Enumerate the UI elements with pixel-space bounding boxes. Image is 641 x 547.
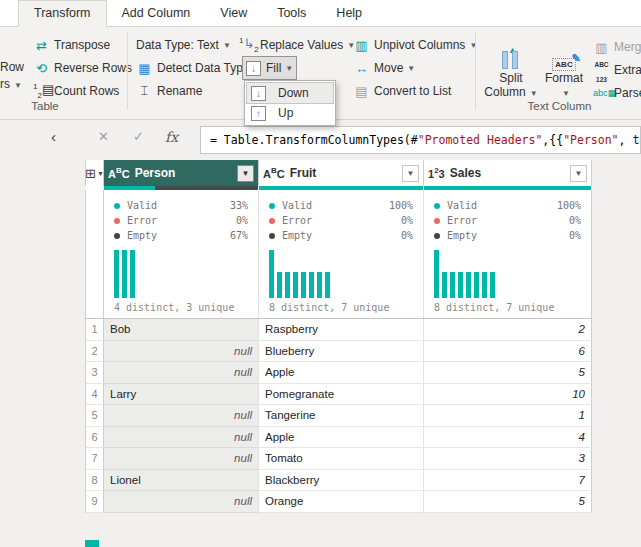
- distribution-bar: [317, 272, 322, 298]
- extract-button[interactable]: ABC123 Extract: [590, 59, 641, 81]
- tab-help[interactable]: Help: [321, 1, 377, 26]
- detect-data-type-button[interactable]: ▦ Detect Data Type: [133, 57, 253, 79]
- split-column-icon: ▲: [498, 35, 524, 71]
- fill-menu-item-up[interactable]: ↑ Up: [247, 103, 333, 123]
- valid-stat: Valid100%: [434, 198, 581, 213]
- fruit-cell[interactable]: Raspberry: [259, 319, 424, 341]
- person-cell[interactable]: null: [104, 362, 259, 384]
- error-stat: Error0%: [114, 213, 248, 228]
- table-scrollbar-thumb[interactable]: [85, 540, 99, 547]
- table-row: 2 null Blueberry 6: [85, 341, 592, 363]
- tab-tools[interactable]: Tools: [262, 1, 321, 26]
- collapse-queries-pane-chevron[interactable]: ‹: [51, 128, 56, 145]
- distinct-summary: 8 distinct, 7 unique: [269, 302, 413, 315]
- person-cell[interactable]: null: [104, 491, 259, 513]
- sales-cell[interactable]: 6: [424, 341, 592, 363]
- fruit-cell[interactable]: Apple: [259, 427, 424, 449]
- rename-button[interactable]: ⌶ Rename: [133, 80, 205, 102]
- distribution-bar: [450, 272, 455, 298]
- column-header-fruit[interactable]: ABC Fruit ▼: [259, 160, 424, 186]
- distribution-bar: [466, 272, 471, 298]
- column-filter-dropdown[interactable]: ▼: [402, 165, 419, 182]
- fruit-cell[interactable]: Tangerine: [259, 405, 424, 427]
- sales-cell[interactable]: 2: [424, 319, 592, 341]
- column-header-person[interactable]: ABC Person ▼: [104, 160, 259, 186]
- select-all-corner-button[interactable]: ⊞▼: [85, 160, 104, 186]
- person-cell[interactable]: null: [104, 405, 259, 427]
- fill-menu-item-down[interactable]: ↓ Down: [247, 83, 333, 103]
- replace-values-button[interactable]: 1↳2 Replace Values ▼: [236, 34, 358, 56]
- truncated-label-line1: Row: [0, 60, 24, 74]
- person-cell[interactable]: Bob: [104, 319, 259, 341]
- row-number[interactable]: 5: [85, 405, 104, 427]
- error-stat: Error0%: [434, 213, 581, 228]
- tab-add-column[interactable]: Add Column: [107, 1, 206, 26]
- fill-label: Fill: [266, 61, 281, 75]
- unpivot-columns-button[interactable]: ▥ Unpivot Columns ▼: [350, 34, 480, 56]
- empty-dot-icon: [114, 233, 120, 239]
- person-cell[interactable]: Larry: [104, 384, 259, 406]
- valid-dot-icon: [114, 203, 120, 209]
- fruit-cell[interactable]: Orange: [259, 491, 424, 513]
- fx-icon[interactable]: fx: [165, 129, 178, 145]
- commit-formula-icon[interactable]: ✓: [133, 129, 144, 144]
- sales-cell[interactable]: 5: [424, 362, 592, 384]
- sales-cell[interactable]: 5: [424, 491, 592, 513]
- column-filter-dropdown[interactable]: ▼: [237, 165, 254, 182]
- sales-cell[interactable]: 7: [424, 470, 592, 492]
- tab-view[interactable]: View: [205, 1, 262, 26]
- row-number[interactable]: 7: [85, 448, 104, 470]
- fruit-cell[interactable]: Blueberry: [259, 341, 424, 363]
- row-number[interactable]: 4: [85, 384, 104, 406]
- use-first-row-as-headers-button-truncated[interactable]: Row rs▼: [0, 59, 27, 99]
- transpose-icon: ⇄: [33, 38, 50, 53]
- convert-to-list-label: Convert to List: [374, 84, 451, 98]
- column-filter-dropdown[interactable]: ▼: [570, 165, 587, 182]
- fill-up-label: Up: [278, 106, 293, 120]
- reverse-rows-icon: ⟲: [33, 61, 50, 76]
- person-cell[interactable]: null: [104, 427, 259, 449]
- fill-up-icon: ↑: [251, 106, 266, 121]
- cancel-formula-icon[interactable]: ✕: [98, 129, 109, 144]
- row-number[interactable]: 6: [85, 427, 104, 449]
- count-rows-button[interactable]: 12▤ Count Rows: [30, 80, 122, 102]
- formula-segment: "Promoted Headers": [418, 133, 543, 147]
- fill-dropdown-menu: ↓ Down ↑ Up: [244, 80, 336, 126]
- reverse-rows-button[interactable]: ⟲ Reverse Rows: [30, 57, 135, 79]
- fill-button[interactable]: ↓ Fill ▼: [242, 56, 297, 80]
- distribution-bar: [490, 272, 495, 298]
- fruit-cell[interactable]: Apple: [259, 362, 424, 384]
- fill-down-label: Down: [278, 86, 309, 100]
- person-cell[interactable]: null: [104, 448, 259, 470]
- parse-icon: abc▦: [593, 88, 610, 98]
- sales-cell[interactable]: 4: [424, 427, 592, 449]
- fruit-cell[interactable]: Pomegranate: [259, 384, 424, 406]
- row-number[interactable]: 3: [85, 362, 104, 384]
- tab-transform[interactable]: Transform: [18, 0, 107, 27]
- sales-cell[interactable]: 3: [424, 448, 592, 470]
- convert-to-list-button[interactable]: ▤ Convert to List: [350, 80, 454, 102]
- fill-down-icon: ↓: [246, 61, 261, 76]
- fruit-cell[interactable]: Tomato: [259, 448, 424, 470]
- group-label-text-column: Text Column: [478, 100, 641, 112]
- row-number[interactable]: 2: [85, 341, 104, 363]
- empty-stat: Empty0%: [434, 228, 581, 243]
- data-type-button[interactable]: Data Type: Text ▼: [133, 34, 234, 56]
- value-distribution-chart: [114, 250, 248, 298]
- sales-cell[interactable]: 1: [424, 405, 592, 427]
- column-stats-person: Valid33% Error0% Empty67% 4 distinct, 3 …: [104, 190, 259, 318]
- person-cell[interactable]: null: [104, 341, 259, 363]
- transpose-button[interactable]: ⇄ Transpose: [30, 34, 113, 56]
- row-number[interactable]: 9: [85, 491, 104, 513]
- table-row: 9 null Orange 5: [85, 491, 592, 513]
- formula-input[interactable]: = Table.TransformColumnTypes(#"Promoted …: [200, 126, 641, 154]
- move-button[interactable]: ↔ Move ▼: [350, 57, 418, 79]
- sales-cell[interactable]: 10: [424, 384, 592, 406]
- fruit-cell[interactable]: Blackberry: [259, 470, 424, 492]
- person-cell[interactable]: Lionel: [104, 470, 259, 492]
- distribution-bar: [434, 250, 439, 298]
- row-number[interactable]: 8: [85, 470, 104, 492]
- ribbon-group-divider: [475, 32, 476, 110]
- row-number[interactable]: 1: [85, 319, 104, 341]
- column-header-sales[interactable]: 123 Sales ▼: [424, 160, 592, 186]
